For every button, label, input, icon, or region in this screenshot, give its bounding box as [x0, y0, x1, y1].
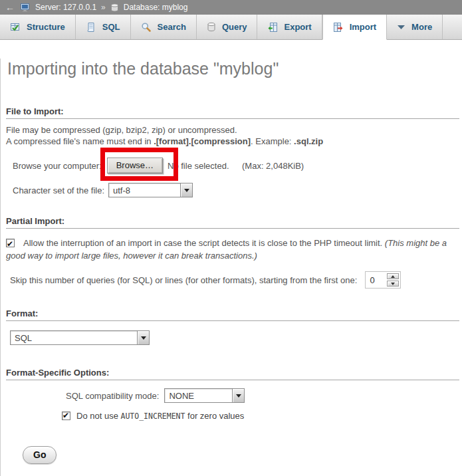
chevron-down-icon — [397, 25, 405, 30]
tab-sql[interactable]: SQL — [76, 15, 131, 39]
sql-compat-row: SQL compatibility mode: NONE — [1, 388, 462, 403]
page-title: Importing into the database "myblog" — [7, 59, 457, 78]
sql-compat-select[interactable]: NONE — [164, 388, 245, 403]
tab-label: Structure — [27, 22, 65, 32]
charset-select[interactable]: utf-8 — [108, 183, 193, 197]
phpmyadmin-import-page: ← Server: 127.0.0.1 » Database: myblog S… — [0, 0, 462, 476]
tab-label: Import — [350, 22, 376, 32]
allow-interrupt-checkbox[interactable] — [6, 239, 15, 247]
charset-row: Character set of the file: utf-8 — [1, 181, 462, 199]
tab-search[interactable]: Search — [131, 15, 197, 39]
spinner-down-button[interactable] — [387, 281, 399, 287]
browse-button[interactable]: Browse… — [107, 158, 163, 174]
skip-queries-value[interactable]: 0 — [367, 275, 387, 286]
breadcrumb-server[interactable]: Server: 127.0.0.1 — [35, 3, 96, 12]
spinner-up-button[interactable] — [387, 273, 399, 279]
file-upload-row: Browse your computer: Browse… No file se… — [1, 151, 462, 180]
auto-increment-checkbox[interactable] — [62, 412, 70, 420]
auto-increment-text: Do not use AUTO_INCREMENT for zero value… — [76, 411, 244, 421]
name-rule-prefix: A compressed file's name must end in — [6, 136, 154, 146]
auto-increment-prefix: Do not use — [76, 411, 121, 421]
format-row: SQL — [1, 330, 462, 345]
tab-query[interactable]: Query — [197, 15, 258, 39]
import-icon — [333, 22, 344, 33]
tab-structure[interactable]: Structure — [0, 15, 76, 39]
section-heading-file-to-import: File to Import: — [6, 106, 459, 119]
structure-icon — [10, 22, 21, 33]
auto-increment-suffix: for zero values — [185, 411, 244, 421]
tab-label: More — [411, 22, 432, 32]
main-content: Importing into the database "myblog" Fil… — [0, 59, 462, 476]
skip-queries-input[interactable]: 0 — [365, 271, 401, 289]
database-icon — [110, 3, 119, 12]
tab-label: SQL — [102, 22, 120, 32]
section-heading-format: Format: — [6, 308, 459, 321]
dropdown-arrow-icon[interactable] — [137, 331, 149, 344]
tab-label: Export — [284, 22, 311, 32]
max-upload-size: (Max: 2,048KiB) — [242, 161, 304, 171]
sql-compat-label: SQL compatibility mode: — [66, 391, 159, 401]
section-heading-format-specific-options: Format-Specific Options: — [6, 368, 459, 380]
browse-label: Browse your computer: — [13, 161, 102, 171]
export-icon — [267, 22, 278, 33]
format-selected-value: SQL — [11, 331, 137, 344]
search-icon — [141, 22, 152, 33]
name-rule-pattern: .[format].[compression] — [154, 136, 251, 146]
tab-label: Search — [158, 22, 186, 32]
tab-export[interactable]: Export — [257, 15, 322, 39]
dropdown-arrow-icon[interactable] — [180, 183, 192, 197]
go-row: Go — [1, 446, 462, 464]
skip-queries-row: Skip this number of queries (for SQL) or… — [1, 271, 462, 289]
server-icon — [21, 3, 31, 12]
dropdown-arrow-icon[interactable] — [232, 389, 244, 402]
auto-increment-code: AUTO_INCREMENT — [121, 412, 185, 421]
breadcrumb: ← Server: 127.0.0.1 » Database: myblog — [0, 0, 462, 15]
breadcrumb-database[interactable]: Database: myblog — [124, 3, 188, 12]
allow-interrupt-text: Allow the interruption of an import in c… — [23, 238, 385, 248]
tab-more[interactable]: More — [387, 15, 443, 39]
section-heading-partial-import: Partial Import: — [6, 216, 459, 229]
query-database-icon — [207, 22, 216, 32]
back-icon[interactable]: ← — [4, 2, 16, 13]
name-rule-mid: . Example: — [251, 136, 294, 146]
sql-page-icon — [86, 22, 96, 33]
name-rule-example: .sql.zip — [294, 136, 323, 146]
no-file-selected-text: No file selected. — [168, 161, 229, 171]
skip-queries-label: Skip this number of queries (for SQL) or… — [10, 275, 357, 285]
compression-info-text: File may be compressed (gzip, bzip2, zip… — [6, 125, 237, 135]
format-select[interactable]: SQL — [10, 330, 150, 345]
sql-compat-selected-value: NONE — [165, 389, 232, 402]
tab-import[interactable]: Import — [322, 15, 387, 40]
go-button[interactable]: Go — [23, 446, 57, 464]
compression-info-line: File may be compressed (gzip, bzip2, zip… — [6, 124, 457, 147]
allow-interrupt-row: Allow the interruption of an import in c… — [6, 237, 455, 262]
tab-label: Query — [222, 22, 247, 32]
breadcrumb-separator: » — [101, 3, 106, 12]
auto-increment-row: Do not use AUTO_INCREMENT for zero value… — [1, 411, 462, 421]
tab-bar: Structure SQL Search Query Export — [0, 15, 462, 40]
charset-selected-value: utf-8 — [109, 183, 180, 197]
charset-label: Character set of the file: — [13, 185, 104, 195]
